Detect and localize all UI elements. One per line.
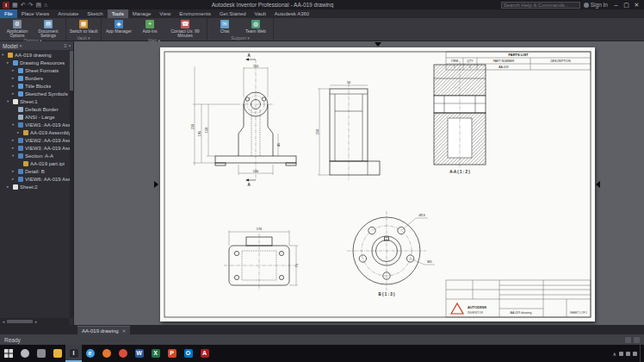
dimension[interactable]: 100 bbox=[253, 170, 258, 173]
show-desktop-button[interactable] bbox=[640, 345, 642, 362]
detail-view-label[interactable]: B ( 1 : 3 ) bbox=[378, 292, 395, 296]
word-icon[interactable]: W bbox=[131, 345, 147, 362]
firefox-icon[interactable] bbox=[98, 345, 115, 362]
title-block[interactable]: AUTODESK INVENTOR AA-019 drawing SHEET 1… bbox=[446, 280, 591, 317]
expand-arrow-icon[interactable]: ▸ bbox=[17, 130, 22, 134]
expand-arrow-icon[interactable]: ▾ bbox=[12, 153, 16, 158]
edge-icon[interactable]: e bbox=[82, 345, 98, 362]
tree-item[interactable]: ▾Section: A-A bbox=[0, 152, 70, 159]
app-manager-button[interactable]: ◈App Manager bbox=[103, 19, 134, 38]
bottom-view[interactable]: 170 75 bbox=[224, 228, 299, 290]
dimension[interactable]: 50 bbox=[347, 81, 350, 84]
expand-arrow-icon[interactable]: ▸ bbox=[12, 177, 16, 181]
notifications-icon[interactable] bbox=[633, 352, 637, 356]
expand-arrow-icon[interactable]: ▸ bbox=[12, 138, 16, 142]
detail-view[interactable]: Ø13 M5 B ( 1 : 3 ) bbox=[347, 211, 435, 296]
app-logo-icon[interactable]: I bbox=[3, 2, 9, 9]
section-marker-label[interactable]: A bbox=[247, 53, 251, 58]
network-icon[interactable] bbox=[619, 352, 623, 356]
acrobat-icon[interactable]: A bbox=[196, 345, 213, 362]
ribbon-tab-environments[interactable]: Environments bbox=[175, 9, 215, 18]
help-search-input[interactable] bbox=[501, 2, 580, 9]
tree-item[interactable]: ▾AA-019 drawing bbox=[0, 51, 70, 59]
dimension[interactable]: M5 bbox=[427, 260, 431, 264]
section-marker-label[interactable]: A bbox=[247, 183, 251, 187]
tree-item[interactable]: ▸VIEW6: AA-019 Assembly.iam bbox=[0, 175, 70, 183]
redo-icon[interactable]: ↷ bbox=[28, 1, 34, 9]
scroll-left-icon[interactable]: ◂ bbox=[0, 319, 7, 324]
expand-arrow-icon[interactable]: ▸ bbox=[12, 68, 16, 72]
ribbon-tab-file[interactable]: File bbox=[0, 9, 17, 18]
globe-button[interactable]: ◍Team Web bbox=[240, 19, 271, 35]
section-view-label[interactable]: A-A ( 1 : 2 ) bbox=[449, 170, 470, 174]
expand-arrow-icon[interactable]: ▸ bbox=[12, 169, 16, 173]
chevron-down-icon[interactable]: ▾ bbox=[20, 43, 22, 48]
dimension[interactable]: 75 bbox=[295, 264, 299, 267]
file-explorer-icon[interactable] bbox=[49, 345, 65, 362]
close-icon[interactable]: ✕ bbox=[122, 327, 127, 335]
tree-item[interactable]: ▸Title Blocks bbox=[0, 82, 70, 90]
expand-arrow-icon[interactable]: ▸ bbox=[7, 184, 11, 189]
ribbon-tab-place-views[interactable]: Place Views bbox=[17, 9, 54, 18]
inventor-icon[interactable]: I bbox=[65, 345, 82, 362]
tree-item[interactable]: ▸Detail: B bbox=[0, 167, 70, 175]
tree-item[interactable]: ANSI - Large bbox=[0, 113, 70, 121]
ribbon-tab-sketch[interactable]: Sketch bbox=[83, 9, 107, 18]
side-view[interactable]: 50 250 bbox=[316, 81, 381, 180]
tree-item[interactable]: ▾Sheet:1 bbox=[0, 97, 70, 105]
ribbon-tab-autodesk-a360[interactable]: Autodesk A360 bbox=[270, 9, 313, 18]
drawing-canvas[interactable]: PARTS LIST ITEM QTY PART NUMBER DESCRIPT… bbox=[74, 41, 644, 325]
dimension[interactable]: Ø13 bbox=[418, 214, 424, 217]
browser-header[interactable]: Model ▾ ≡ ▪ bbox=[0, 41, 73, 50]
tree-item[interactable]: ▸Borders bbox=[0, 74, 70, 82]
tree-item[interactable]: ▾VIEW1: AA-019 Assembly.iam bbox=[0, 121, 70, 128]
dimension[interactable]: 250 bbox=[316, 129, 319, 134]
tree-item[interactable]: ▸Sketched Symbols bbox=[0, 90, 70, 97]
document-settings-button[interactable]: ▤Document Settings bbox=[33, 19, 64, 38]
front-view[interactable]: A A 110 150 195 250 1 bbox=[191, 53, 297, 187]
tree-item[interactable]: ▸AA-019 Assembly.iam bbox=[0, 128, 70, 136]
expand-arrow-icon[interactable]: ▸ bbox=[12, 84, 16, 88]
tree-item[interactable]: ▸Sheet:2 bbox=[0, 183, 70, 190]
expand-arrow-icon[interactable]: ▾ bbox=[2, 53, 6, 57]
document-tab[interactable]: AA-019 drawing ✕ bbox=[77, 326, 130, 334]
excel-icon[interactable]: X bbox=[147, 345, 164, 362]
status-icon[interactable] bbox=[634, 337, 640, 343]
ribbon-tab-annotate[interactable]: Annotate bbox=[53, 9, 83, 18]
contact-button[interactable]: ☎Contact Us: 99 Minutes bbox=[165, 19, 205, 38]
ribbon-tab-manage[interactable]: Manage bbox=[128, 9, 156, 18]
scroll-right-icon[interactable]: ▸ bbox=[33, 319, 40, 324]
tree-item[interactable]: AA-019 part.ipt bbox=[0, 159, 70, 167]
undo-icon[interactable]: ↶ bbox=[21, 1, 26, 9]
tree-item[interactable]: ▸Drawing Resources bbox=[0, 59, 70, 66]
vault-button[interactable]: ▦Switch to Vault bbox=[68, 19, 99, 35]
chat-button[interactable]: ✉Chat bbox=[209, 19, 240, 35]
expand-arrow-icon[interactable]: ▾ bbox=[12, 122, 16, 127]
task-view-icon[interactable] bbox=[33, 345, 49, 362]
ribbon-tab-vault[interactable]: Vault bbox=[251, 9, 270, 18]
tree-item[interactable]: ▸Sheet Formats bbox=[0, 66, 70, 74]
ribbon-group-caption[interactable]: Vault ▾ bbox=[68, 35, 99, 41]
expand-arrow-icon[interactable]: ▸ bbox=[12, 76, 16, 80]
chrome-icon[interactable] bbox=[115, 345, 131, 362]
filter-icon[interactable]: ≡ bbox=[64, 43, 67, 48]
dimension[interactable]: 170 bbox=[257, 228, 262, 231]
start-button[interactable] bbox=[0, 345, 16, 362]
tree-item[interactable]: ▸VIEW3: AA-019 Assembly.iam bbox=[0, 144, 70, 152]
dimension[interactable]: 110 bbox=[253, 65, 258, 68]
dimension[interactable]: 150 bbox=[205, 128, 208, 133]
powerpoint-icon[interactable]: P bbox=[164, 345, 180, 362]
save-icon[interactable]: ▦ bbox=[12, 1, 18, 9]
drawing-sheet[interactable]: PARTS LIST ITEM QTY PART NUMBER DESCRIPT… bbox=[160, 47, 595, 321]
ribbon-tab-tools[interactable]: Tools bbox=[108, 9, 128, 18]
scrollbar-thumb[interactable] bbox=[7, 320, 33, 323]
tree-item[interactable]: ▸VIEW2: AA-019 Assembly.iam bbox=[0, 136, 70, 144]
ribbon-tab-view[interactable]: View bbox=[155, 9, 175, 18]
expand-arrow-icon[interactable]: ▸ bbox=[12, 146, 16, 150]
tray-chevron-icon[interactable]: ∧ bbox=[613, 351, 616, 357]
add-ins-button[interactable]: +Add-Ins bbox=[134, 19, 165, 38]
cortana-icon[interactable] bbox=[16, 345, 33, 362]
ribbon-tab-get-started[interactable]: Get Started bbox=[215, 9, 251, 18]
maximize-button[interactable]: ▢ bbox=[622, 1, 631, 9]
expand-arrow-icon[interactable]: ▸ bbox=[12, 91, 16, 96]
